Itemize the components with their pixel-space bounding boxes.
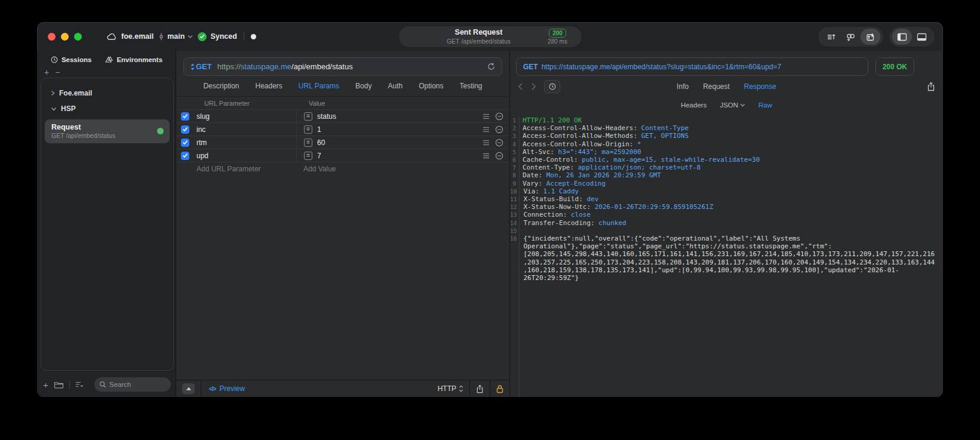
sort-filter-button[interactable] xyxy=(75,381,84,388)
param-checkbox[interactable] xyxy=(181,139,189,147)
nav-forward-button[interactable] xyxy=(531,82,536,91)
import-export-button[interactable] xyxy=(861,29,880,45)
row-menu-icon[interactable] xyxy=(483,127,490,133)
list-options-icon xyxy=(75,381,84,388)
branch-selector[interactable]: main xyxy=(158,32,193,41)
sidebar-tab-environments[interactable]: Environments xyxy=(105,56,162,64)
request-status-dot xyxy=(157,128,164,134)
code-line: 14Transfer-Encoding: chunked xyxy=(510,219,943,227)
tree-item-hsp[interactable]: HSP xyxy=(41,101,173,116)
request-footer: </> Preview HTTP xyxy=(176,380,509,397)
preview-button[interactable]: </> Preview xyxy=(209,384,245,393)
add-session-button[interactable]: + xyxy=(44,69,49,78)
record-indicator-icon[interactable] xyxy=(251,34,256,39)
row-menu-icon[interactable] xyxy=(483,140,490,146)
param-row: slug=status xyxy=(176,109,509,122)
code-line: 2Access-Control-Allow-Headers: Content-T… xyxy=(510,124,943,132)
request-tab-body[interactable]: Body xyxy=(355,82,371,90)
new-folder-button[interactable] xyxy=(54,380,64,389)
request-tab-options[interactable]: Options xyxy=(419,82,443,90)
param-value[interactable]: status xyxy=(317,112,336,121)
sidebar-search[interactable] xyxy=(94,377,171,392)
export-response-button[interactable] xyxy=(927,82,935,91)
project-name[interactable]: foe.email xyxy=(121,32,153,41)
request-tab-auth[interactable]: Auth xyxy=(388,82,403,90)
collapse-editor-button[interactable] xyxy=(182,383,195,394)
response-method: GET xyxy=(523,63,538,71)
request-tab-description[interactable]: Description xyxy=(203,82,239,90)
sidebar-tab-sessions[interactable]: Sessions xyxy=(50,56,92,64)
request-item[interactable]: Request GET /api/embed/status xyxy=(45,119,170,143)
response-subtab-raw[interactable]: Raw xyxy=(758,101,772,109)
add-param-value[interactable]: Add Value xyxy=(291,165,336,173)
remove-row-button[interactable] xyxy=(495,112,503,121)
response-subtab-headers[interactable]: Headers xyxy=(681,101,706,109)
new-request-button[interactable]: + xyxy=(43,380,48,390)
sync-status[interactable]: Synced xyxy=(198,32,236,41)
code-line: 1HTTP/1.1 200 OK xyxy=(510,116,943,124)
url-params-table: URL Parameter Value slug=statusinc=1rtm=… xyxy=(176,97,509,175)
response-tab-response[interactable]: Response xyxy=(744,82,776,91)
request-tab-url-params[interactable]: URL Params xyxy=(299,82,339,90)
sent-request-pill[interactable]: Sent Request GET /api/embed/status 200 2… xyxy=(399,26,582,47)
param-name[interactable]: slug xyxy=(196,112,296,121)
response-tab-request[interactable]: Request xyxy=(703,82,730,91)
param-name[interactable]: inc xyxy=(196,125,296,134)
tree-item-foe-email[interactable]: Foe.email xyxy=(41,85,173,101)
toggle-bottom-panel-button[interactable] xyxy=(912,29,932,45)
gutter-divider xyxy=(519,116,520,397)
param-name[interactable]: upd xyxy=(196,152,296,160)
response-tab-info[interactable]: Info xyxy=(677,82,689,91)
response-url: https://statuspage.me/api/embed/status?s… xyxy=(542,63,782,71)
protocol-selector[interactable]: HTTP xyxy=(438,384,463,393)
remove-row-button[interactable] xyxy=(495,125,503,134)
method-selector[interactable]: GET xyxy=(190,62,212,71)
sent-request-subtitle: GET /api/embed/status xyxy=(419,38,539,45)
request-list-button[interactable] xyxy=(821,29,841,45)
nav-back-button[interactable] xyxy=(518,82,523,91)
pull-changes-button[interactable] xyxy=(841,29,861,45)
zoom-button[interactable] xyxy=(74,33,82,41)
close-button[interactable] xyxy=(48,33,56,41)
sessions-panel: Foe.email HSP Request GET /api/embed/sta… xyxy=(41,78,174,371)
cloud-icon xyxy=(107,32,117,41)
resend-button[interactable] xyxy=(487,62,496,71)
request-url[interactable]: https://statuspage.me/api/embed/status xyxy=(214,62,353,71)
raw-response-view: 1HTTP/1.1 200 OK2Access-Control-Allow-He… xyxy=(510,116,943,397)
request-panel: GET https://statuspage.me/api/embed/stat… xyxy=(176,51,510,397)
param-checkbox[interactable] xyxy=(181,152,189,160)
share-request-button[interactable] xyxy=(476,384,484,393)
add-param-name[interactable]: Add URL Parameter xyxy=(176,165,291,173)
remove-row-button[interactable] xyxy=(495,152,503,160)
share-icon xyxy=(476,384,484,393)
response-subtab-json[interactable]: JSON xyxy=(720,101,745,109)
stepper-icon xyxy=(459,385,463,392)
sync-label: Synced xyxy=(210,32,236,41)
param-value[interactable]: 1 xyxy=(317,125,321,134)
remove-session-button[interactable]: − xyxy=(55,69,60,78)
sync-check-icon xyxy=(198,32,207,41)
response-url-field[interactable]: GET https://statuspage.me/api/embed/stat… xyxy=(516,57,868,76)
param-row: inc=1 xyxy=(176,122,509,136)
request-url-bar[interactable]: GET https://statuspage.me/api/embed/stat… xyxy=(183,57,502,76)
new-folder-icon xyxy=(54,380,64,389)
request-tab-testing[interactable]: Testing xyxy=(460,82,483,90)
search-input[interactable] xyxy=(109,381,163,388)
param-checkbox[interactable] xyxy=(181,112,189,121)
remove-row-button[interactable] xyxy=(495,139,503,147)
request-tab-headers[interactable]: Headers xyxy=(255,82,282,90)
minimize-button[interactable] xyxy=(61,33,69,41)
toggle-sidebar-button[interactable] xyxy=(892,29,912,45)
history-clock-icon xyxy=(50,56,59,64)
param-name[interactable]: rtm xyxy=(196,139,296,147)
param-value[interactable]: 7 xyxy=(317,152,321,160)
divider xyxy=(244,32,244,41)
code-line: 6Cache-Control: public, max-age=15, stal… xyxy=(510,156,943,164)
param-checkbox[interactable] xyxy=(181,125,189,134)
equals-badge: = xyxy=(304,152,312,160)
row-menu-icon[interactable] xyxy=(483,113,490,119)
history-button[interactable] xyxy=(544,80,560,93)
lock-button[interactable] xyxy=(496,384,503,393)
param-value[interactable]: 60 xyxy=(317,139,325,147)
row-menu-icon[interactable] xyxy=(483,153,490,159)
